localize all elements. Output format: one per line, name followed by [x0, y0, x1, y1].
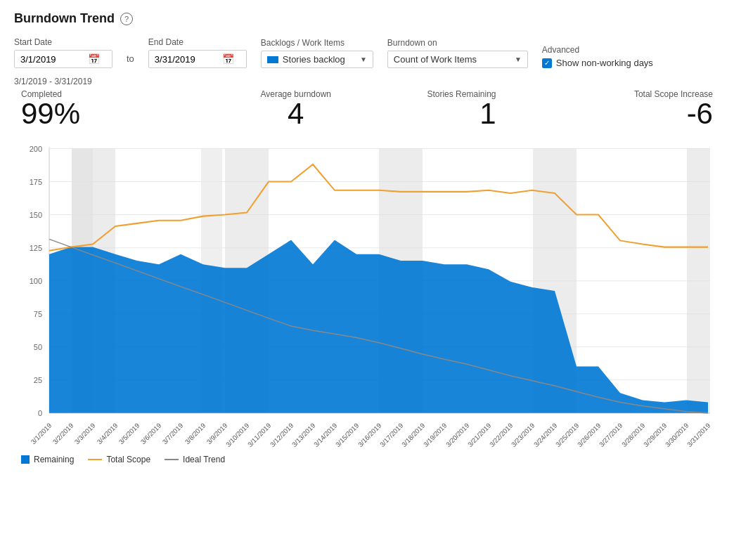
to-label: to	[127, 53, 134, 64]
burndown-chart: 0 25 50 75 100 125 150 175 200	[14, 133, 720, 449]
svg-text:0: 0	[38, 409, 42, 417]
advanced-label: Advanced	[542, 45, 653, 55]
completed-value: 99%	[21, 99, 80, 129]
svg-text:3/11/2019: 3/11/2019	[246, 422, 273, 448]
svg-text:3/15/2019: 3/15/2019	[334, 422, 361, 448]
legend-remaining-color	[21, 455, 30, 464]
svg-text:3/19/2019: 3/19/2019	[422, 422, 449, 448]
svg-text:3/3/2019: 3/3/2019	[73, 422, 97, 446]
svg-text:125: 125	[30, 244, 42, 252]
legend-remaining-label: Remaining	[34, 455, 74, 464]
controls-row: Start Date 3/1/2019 📅 to End Date 3/31/2…	[14, 37, 720, 68]
end-date-input[interactable]: 3/31/2019	[155, 54, 218, 65]
svg-text:175: 175	[30, 178, 42, 186]
start-date-calendar-icon[interactable]: 📅	[88, 53, 100, 65]
svg-text:75: 75	[34, 310, 42, 318]
legend-ideal-trend-color	[165, 459, 179, 460]
svg-text:3/31/2019: 3/31/2019	[685, 422, 712, 448]
end-date-group: End Date 3/31/2019 📅	[148, 37, 247, 68]
burndown-chevron-icon: ▼	[515, 56, 522, 63]
legend-ideal-trend-label: Ideal Trend	[183, 455, 225, 464]
chart-container: 0 25 50 75 100 125 150 175 200	[14, 133, 720, 449]
svg-text:3/4/2019: 3/4/2019	[96, 422, 120, 446]
svg-text:3/6/2019: 3/6/2019	[139, 422, 163, 446]
start-date-group: Start Date 3/1/2019 📅	[14, 37, 112, 68]
svg-text:150: 150	[30, 211, 42, 219]
burndown-label: Burndown on	[387, 38, 528, 48]
show-nonworking-row[interactable]: ✓ Show non-working days	[542, 58, 653, 68]
chart-legend: Remaining Total Scope Ideal Trend	[14, 455, 720, 464]
stories-remaining-stat: Stories Remaining 1	[427, 89, 496, 129]
burndown-group: Burndown on Count of Work Items ▼	[387, 38, 528, 68]
completed-stat: Completed 99%	[21, 89, 80, 129]
svg-text:3/23/2019: 3/23/2019	[510, 422, 536, 448]
start-date-input-wrap[interactable]: 3/1/2019 📅	[14, 50, 112, 68]
svg-text:100: 100	[30, 277, 42, 285]
end-date-label: End Date	[148, 37, 247, 47]
avg-burndown-value: 4	[288, 99, 304, 129]
checkmark-icon: ✓	[544, 59, 550, 67]
svg-marker-26	[49, 240, 708, 412]
page-title: Burndown Trend	[14, 11, 115, 26]
legend-remaining: Remaining	[21, 455, 74, 464]
backlogs-label: Backlogs / Work Items	[261, 38, 373, 48]
svg-text:3/7/2019: 3/7/2019	[161, 422, 185, 446]
advanced-group: Advanced ✓ Show non-working days	[542, 45, 653, 68]
show-nonworking-label: Show non-working days	[556, 58, 653, 68]
svg-text:200: 200	[30, 144, 42, 152]
total-scope-stat: Total Scope Increase -6	[634, 89, 713, 129]
burndown-value: Count of Work Items	[394, 54, 510, 65]
legend-total-scope-color	[88, 459, 102, 460]
svg-text:25: 25	[34, 376, 42, 384]
backlog-icon	[267, 56, 278, 63]
svg-text:50: 50	[34, 343, 42, 351]
stories-remaining-value: 1	[479, 99, 496, 129]
svg-text:3/5/2019: 3/5/2019	[117, 422, 141, 446]
date-range: 3/1/2019 - 3/31/2019	[14, 77, 720, 86]
backlogs-chevron-icon: ▼	[360, 56, 367, 63]
legend-ideal-trend: Ideal Trend	[165, 455, 225, 464]
stats-container: Completed 99% Average burndown 4 Stories…	[14, 89, 720, 129]
svg-text:3/27/2019: 3/27/2019	[598, 422, 624, 448]
show-nonworking-checkbox[interactable]: ✓	[542, 58, 552, 68]
avg-burndown-stat: Average burndown 4	[260, 89, 331, 129]
help-icon[interactable]: ?	[120, 13, 133, 25]
start-date-input[interactable]: 3/1/2019	[20, 54, 84, 65]
total-scope-value: -6	[687, 99, 713, 129]
end-date-input-wrap[interactable]: 3/31/2019 📅	[148, 50, 247, 68]
legend-total-scope-label: Total Scope	[106, 455, 150, 464]
svg-rect-25	[687, 149, 710, 413]
svg-text:3/1/2019: 3/1/2019	[30, 422, 53, 446]
svg-text:3/8/2019: 3/8/2019	[184, 422, 207, 446]
backlogs-dropdown[interactable]: Stories backlog ▼	[261, 51, 373, 68]
backlogs-group: Backlogs / Work Items Stories backlog ▼	[261, 38, 373, 68]
end-date-calendar-icon[interactable]: 📅	[222, 53, 234, 65]
start-date-label: Start Date	[14, 37, 112, 47]
burndown-dropdown[interactable]: Count of Work Items ▼	[387, 51, 528, 68]
svg-text:3/2/2019: 3/2/2019	[51, 422, 75, 446]
backlogs-value: Stories backlog	[283, 54, 356, 65]
legend-total-scope: Total Scope	[88, 455, 150, 464]
